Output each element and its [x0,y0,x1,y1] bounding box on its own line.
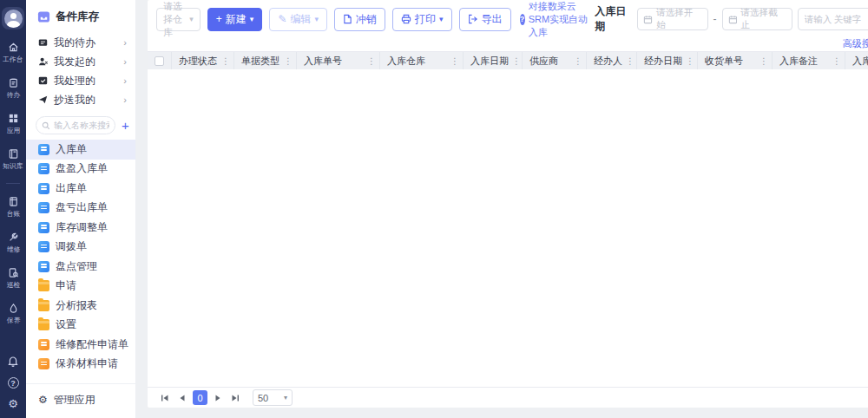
column-menu-icon[interactable]: ⋮ [756,56,768,66]
col-handle-date[interactable]: 经办日期⋮ [637,52,698,69]
column-menu-icon[interactable]: ⋮ [509,56,521,66]
sidebar-item-transfer[interactable]: 调拨单 [26,238,135,258]
next-page-button[interactable] [211,391,225,405]
sidebar-item-reports[interactable]: 分析报表 [26,296,135,316]
search-icon [42,121,50,130]
rail-item-maintenance[interactable]: 保养 [6,303,21,326]
col-supplier[interactable]: 供应商⋮ [523,52,587,69]
col-label: 经办日期 [644,55,682,68]
sidebar-item-my-todo[interactable]: 我的待办 › [26,33,135,52]
chevron-down-icon: ▾ [189,15,194,23]
column-menu-icon[interactable]: ⋮ [364,56,376,66]
col-handler[interactable]: 经办人⋮ [587,52,637,69]
writeoff-button[interactable]: 冲销 [334,8,385,31]
keyword-search[interactable] [798,8,868,30]
column-menu-icon[interactable]: ⋮ [682,56,694,66]
rail-item-ledger[interactable]: 台账 [6,196,21,219]
add-button[interactable]: + [120,119,131,132]
header-checkbox-cell [148,52,172,69]
content-panel: 请选择仓库 ▾ + 新建 ▾ ✎ 编辑 ▾ 冲销 打印 ▾ [148,0,868,408]
rail-item-label: 巡检 [6,280,20,290]
column-menu-icon[interactable]: ⋮ [829,56,841,66]
col-label: 入库单号 [304,55,342,68]
sidebar-item-stock-adjust[interactable]: 库存调整单 [26,218,135,238]
todo-icon [37,37,49,48]
doc-icon [38,222,49,233]
print-button[interactable]: 打印 ▾ [392,8,452,31]
sidebar-item-apply[interactable]: 申请 [26,277,135,297]
sidebar-item-loss-outbound[interactable]: 盘亏出库单 [26,199,135,219]
sidebar-search-input[interactable] [54,121,109,130]
manage-apps-button[interactable]: ⚙ 管理应用 [26,383,135,418]
rail-item-inspection[interactable]: 巡检 [6,267,21,291]
sidebar-item-cc[interactable]: 抄送我的 › [26,90,135,109]
bell-icon[interactable] [7,356,19,368]
col-status[interactable]: 办理状态⋮ [172,52,234,69]
sidebar-item-settings[interactable]: 设置 [26,316,135,336]
srm-help-link[interactable]: ? 对接数采云SRM实现自动入库 [520,0,589,39]
new-button[interactable]: + 新建 ▾ [207,8,263,31]
doc-icon [38,183,49,194]
sidebar-item-outbound[interactable]: 出库单 [26,179,135,199]
rail-item-workbench[interactable]: 工作台 [2,42,24,65]
sidebar-item-repair-parts-apply[interactable]: 维修配件申请单 [26,335,135,355]
page-size-select[interactable]: 50 ▾ [253,389,293,406]
column-menu-icon[interactable]: ⋮ [280,56,293,66]
date-start-input[interactable]: 请选择开始 [637,8,707,30]
col-remark[interactable]: 入库备注⋮ [773,52,845,69]
col-detail[interactable]: 入库详情⋮ [845,52,868,69]
col-doc-type[interactable]: 单据类型⋮ [234,52,297,69]
rail-item-apps[interactable]: 应用 [6,113,21,136]
col-label: 经办人 [594,55,622,68]
column-menu-icon[interactable]: ⋮ [570,56,582,66]
prev-page-button[interactable] [175,391,189,405]
col-label: 入库备注 [779,55,818,68]
column-menu-icon[interactable]: ⋮ [622,56,635,66]
col-inbound-date[interactable]: 入库日期⋮ [464,52,523,69]
col-label: 单据类型 [241,55,279,68]
settings-gear-icon[interactable]: ⚙ [8,398,18,409]
rail-item-knowledge[interactable]: 知识库 [2,148,24,172]
current-page-button[interactable]: 0 [193,390,207,405]
clipboard-icon [8,77,19,88]
apps-icon [8,113,19,124]
help-icon[interactable]: ? [8,377,19,389]
col-label: 入库详情 [852,55,868,68]
column-menu-icon[interactable]: ⋮ [447,56,459,66]
rail-item-label: 工作台 [3,55,23,64]
col-label: 入库仓库 [387,55,425,68]
keyword-input[interactable] [805,14,868,24]
folder-icon [38,280,49,291]
first-page-button[interactable] [158,391,172,405]
edit-button[interactable]: ✎ 编辑 ▾ [269,8,327,31]
sidebar-item-inbound[interactable]: 入库单 [26,140,135,160]
sidebar-item-label: 盘点管理 [56,259,97,274]
export-icon [468,14,478,24]
column-menu-icon[interactable]: ⋮ [218,56,230,66]
col-warehouse[interactable]: 入库仓库⋮ [380,52,464,69]
wrench-icon [8,232,19,243]
last-page-button[interactable] [228,391,242,405]
warehouse-select[interactable]: 请选择仓库 ▾ [156,8,201,31]
export-button[interactable]: 导出 [459,8,511,31]
rail-item-todo[interactable]: 待办 [6,77,21,101]
sidebar-search[interactable] [36,116,115,134]
sidebar-item-parts-balance-query[interactable]: 配件余额查询 [26,374,135,378]
sidebar-item-stocktake[interactable]: 盘点管理 [26,257,135,277]
date-start-placeholder: 请选择开始 [656,7,701,31]
sidebar-item-processed[interactable]: 我处理的 › [26,71,135,90]
col-inbound-no[interactable]: 入库单号⋮ [297,52,380,69]
date-end-input[interactable]: 请选择截止 [722,8,792,30]
sidebar-item-label: 我处理的 [54,74,95,88]
sidebar-item-surplus-inbound[interactable]: 盘盈入库单 [26,160,135,180]
sidebar-item-initiated[interactable]: 我发起的 › [26,52,135,71]
home-icon [8,42,19,53]
advanced-search-row: 高级搜索 ⚙ ≡ ↻ [148,38,868,51]
col-receipt-no[interactable]: 收货单号⋮ [698,52,773,69]
main-area: 请选择仓库 ▾ + 新建 ▾ ✎ 编辑 ▾ 冲销 打印 ▾ [136,0,868,418]
sidebar-item-maintain-material-apply[interactable]: 保养材料申请 [26,355,135,375]
select-all-checkbox[interactable] [155,56,164,66]
rail-item-repair[interactable]: 维修 [6,232,21,255]
advanced-search-link[interactable]: 高级搜索 [843,37,868,50]
user-avatar[interactable] [2,7,24,29]
